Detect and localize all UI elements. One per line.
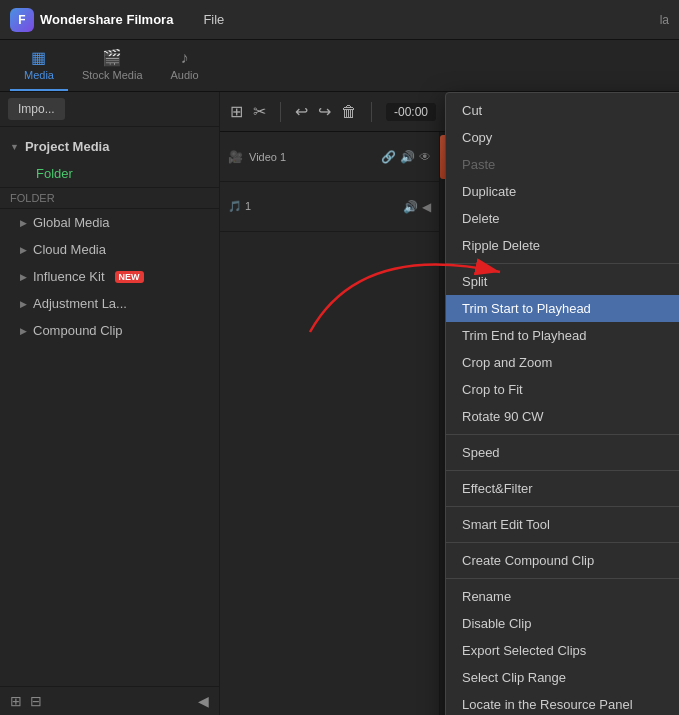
ctx-export-clips[interactable]: Export Selected Clips (446, 637, 679, 664)
track-audio1-label: 🎵 1 (228, 200, 251, 213)
folder-label[interactable]: Folder (16, 162, 203, 185)
label-influence-kit: Influence Kit (33, 269, 105, 284)
ctx-locate-resource[interactable]: Locate in the Resource Panel (446, 691, 679, 715)
timeline-icon-select[interactable]: ✂ (253, 102, 266, 121)
right-content: ⊞ ✂ ↩ ↪ 🗑 -00:00 🎥 Video 1 🔗 🔊 (220, 92, 679, 715)
ctx-create-compound[interactable]: Create Compound Clip Alt+G (446, 547, 679, 574)
ctx-duplicate[interactable]: Duplicate Ctrl+D (446, 178, 679, 205)
ctx-effect-filter-label: Effect&Filter (462, 481, 533, 496)
ctx-trim-end-label: Trim End to Playhead (462, 328, 587, 343)
new-badge: NEW (115, 271, 144, 283)
tab-stock-media-label: Stock Media (82, 69, 143, 81)
tab-media[interactable]: ▦ Media (10, 42, 68, 91)
ctx-paste[interactable]: Paste Ctrl+V (446, 151, 679, 178)
ctx-duplicate-label: Duplicate (462, 184, 516, 199)
arrow-influence-kit: ▶ (20, 272, 27, 282)
tree-item-adjustment[interactable]: ▶ Adjustment La... (0, 290, 219, 317)
ctx-crop-zoom[interactable]: Crop and Zoom Alt+C (446, 349, 679, 376)
timeline-icon-grid[interactable]: ⊞ (230, 102, 243, 121)
ctx-disable-clip[interactable]: Disable Clip E (446, 610, 679, 637)
toolbar-separator-1 (280, 102, 281, 122)
audio-tab-icon: ♪ (181, 49, 189, 67)
ctx-paste-label: Paste (462, 157, 495, 172)
tree-item-influence-kit[interactable]: ▶ Influence Kit NEW (0, 263, 219, 290)
top-bar: F Wondershare Filmora File la (0, 0, 679, 40)
track-header-panel: 🎥 Video 1 🔗 🔊 👁 🎵 1 🔊 ◀ (220, 132, 440, 715)
track-volume-icon[interactable]: 🔊 (400, 150, 415, 164)
tab-stock-media[interactable]: 🎬 Stock Media (68, 42, 157, 91)
timeline-icon-undo[interactable]: ↩ (295, 102, 308, 121)
timeline-icon-delete[interactable]: 🗑 (341, 103, 357, 121)
track-link-icon[interactable]: 🔗 (381, 150, 396, 164)
ctx-crop-zoom-label: Crop and Zoom (462, 355, 552, 370)
ctx-effect-filter[interactable]: Effect&Filter ▶ (446, 475, 679, 502)
tree-item-compound-clip[interactable]: ▶ Compound Clip (0, 317, 219, 344)
ctx-crop-fit-label: Crop to Fit (462, 382, 523, 397)
left-panel: Impo... ▼ Project Media Folder FOLDER ▶ … (0, 92, 220, 715)
ctx-rotate[interactable]: Rotate 90 CW Ctrl+Alt+Right (446, 403, 679, 430)
ctx-sep-4 (446, 506, 679, 507)
ctx-create-compound-label: Create Compound Clip (462, 553, 594, 568)
ctx-smart-edit-label: Smart Edit Tool (462, 517, 550, 532)
track-video1-icons: 🔗 🔊 👁 (381, 150, 431, 164)
ctx-export-clips-label: Export Selected Clips (462, 643, 586, 658)
ctx-cut-label: Cut (462, 103, 482, 118)
ctx-rotate-label: Rotate 90 CW (462, 409, 544, 424)
ctx-disable-clip-label: Disable Clip (462, 616, 531, 631)
toolbar-separator-2 (371, 102, 372, 122)
tree-item-cloud-media[interactable]: ▶ Cloud Media (0, 236, 219, 263)
ctx-delete[interactable]: Delete Del (446, 205, 679, 232)
track-eye-icon[interactable]: 👁 (419, 150, 431, 164)
ctx-sep-1 (446, 263, 679, 264)
logo-icon: F (10, 8, 34, 32)
ctx-ripple-delete[interactable]: Ripple Delete Shift+Del (446, 232, 679, 259)
label-compound-clip: Compound Clip (33, 323, 123, 338)
ctx-smart-edit[interactable]: Smart Edit Tool ▶ (446, 511, 679, 538)
track-row-audio1: 🎵 1 🔊 ◀ (220, 182, 439, 232)
ctx-crop-fit[interactable]: Crop to Fit Ctrl+F (446, 376, 679, 403)
tab-audio[interactable]: ♪ Audio (157, 43, 213, 91)
tab-audio-label: Audio (171, 69, 199, 81)
add-folder-icon[interactable]: ⊞ (10, 693, 22, 709)
import-area: Impo... (0, 92, 219, 127)
tab-bar: ▦ Media 🎬 Stock Media ♪ Audio (0, 40, 679, 92)
col-header: FOLDER (0, 187, 219, 209)
media-tab-icon: ▦ (31, 48, 46, 67)
collapse-panel-icon[interactable]: ◀ (198, 693, 209, 709)
arrow-cloud-media: ▶ (20, 245, 27, 255)
ctx-speed[interactable]: Speed ▶ (446, 439, 679, 466)
ctx-trim-start-label: Trim Start to Playhead (462, 301, 591, 316)
remove-icon[interactable]: ⊟ (30, 693, 42, 709)
track-audio-collapse-icon[interactable]: ◀ (422, 200, 431, 214)
import-button[interactable]: Impo... (8, 98, 65, 120)
tree-item-project-media[interactable]: ▼ Project Media (0, 133, 219, 160)
track-audio-volume-icon[interactable]: 🔊 (403, 200, 418, 214)
ctx-cut[interactable]: Cut Ctrl+X (446, 97, 679, 124)
ctx-select-range[interactable]: Select Clip Range X (446, 664, 679, 691)
ctx-ripple-delete-label: Ripple Delete (462, 238, 540, 253)
track-camera-icon: 🎥 (228, 150, 243, 164)
ctx-rename[interactable]: Rename (446, 583, 679, 610)
ctx-speed-label: Speed (462, 445, 500, 460)
timeline-icon-redo[interactable]: ↪ (318, 102, 331, 121)
ctx-trim-end[interactable]: Trim End to Playhead Alt+] (446, 322, 679, 349)
app-logo: F Wondershare Filmora (10, 8, 173, 32)
app-name: Wondershare Filmora (40, 12, 173, 27)
ctx-trim-start[interactable]: Trim Start to Playhead Alt+[ (446, 295, 679, 322)
media-tree: ▼ Project Media Folder FOLDER ▶ Global M… (0, 127, 219, 686)
context-menu: Cut Ctrl+X Copy Ctrl+C Paste Ctrl+V Dupl… (445, 92, 679, 715)
folder-label-area: Folder (0, 160, 219, 187)
ctx-sep-2 (446, 434, 679, 435)
label-global-media: Global Media (33, 215, 110, 230)
ctx-sep-3 (446, 470, 679, 471)
ctx-sep-5 (446, 542, 679, 543)
tab-media-label: Media (24, 69, 54, 81)
ctx-copy[interactable]: Copy Ctrl+C (446, 124, 679, 151)
ctx-split-label: Split (462, 274, 487, 289)
main-area: Impo... ▼ Project Media Folder FOLDER ▶ … (0, 92, 679, 715)
ctx-split[interactable]: Split Ctrl+B (446, 268, 679, 295)
tree-item-global-media[interactable]: ▶ Global Media (0, 209, 219, 236)
file-menu[interactable]: File (193, 0, 234, 40)
label-adjustment: Adjustment La... (33, 296, 127, 311)
track-row-video1: 🎥 Video 1 🔗 🔊 👁 (220, 132, 439, 182)
